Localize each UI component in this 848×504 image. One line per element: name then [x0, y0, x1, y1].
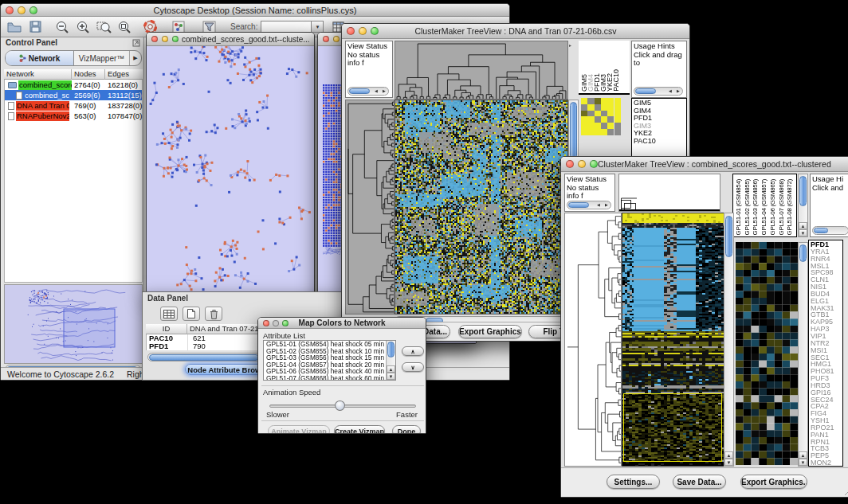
matrix-cell[interactable]: [587, 123, 594, 129]
settings-button[interactable]: Settings...: [607, 475, 660, 489]
treeview2-heatmap[interactable]: [622, 213, 724, 467]
select-attributes-button[interactable]: [160, 307, 178, 321]
matrix-cell[interactable]: [581, 111, 587, 117]
attribute-list-item[interactable]: GPL51-07 (GSM868) heat shock 60 min: [265, 375, 384, 381]
treeview2-gene-list[interactable]: PFD1YRA1RNR4MSL1SPC98CLN1NIS1BUD4ELG1MAK…: [808, 240, 843, 467]
tab-vizmapper[interactable]: VizMapper™: [74, 51, 129, 65]
scroll-left-arrow[interactable]: ◀: [595, 201, 603, 209]
matrix-cell[interactable]: [601, 111, 607, 117]
scroll-thumb[interactable]: [387, 342, 395, 357]
matrix-cell[interactable]: [601, 129, 607, 135]
attribute-list[interactable]: GPL51-01 (GSM854) heat shock 05 minGPL51…: [263, 340, 396, 381]
matrix-cell[interactable]: [595, 116, 601, 123]
zoom-in-button[interactable]: [74, 19, 92, 35]
matrix-cell[interactable]: [587, 129, 594, 135]
col-header-edges[interactable]: Edges: [105, 69, 143, 80]
treeview2-zoom-vscrollbar[interactable]: ▲ ▼: [798, 242, 808, 467]
scroll-left-arrow[interactable]: ◀: [666, 88, 674, 95]
export-graphics-button[interactable]: Export Graphics...: [458, 325, 522, 338]
treeview1-titlebar[interactable]: ClusterMaker TreeView : DNA and Tran 07-…: [342, 24, 689, 39]
close-button[interactable]: [347, 27, 355, 35]
matrix-cell[interactable]: [587, 98, 594, 104]
minimize-button[interactable]: [273, 320, 279, 326]
matrix-cell[interactable]: [601, 104, 607, 111]
zoom-button[interactable]: [590, 160, 598, 168]
scroll-down-arrow[interactable]: ▼: [799, 229, 807, 236]
matrix-cell[interactable]: [595, 104, 601, 111]
scroll-up-arrow[interactable]: ▲: [387, 365, 395, 373]
matrix-cell[interactable]: [607, 104, 614, 111]
network-tree-row[interactable]: RNAPuberNov2+|563(0)107847(0): [5, 111, 142, 121]
treeview2-labels-vscrollbar[interactable]: ▲ ▼: [798, 174, 808, 237]
zoom-selected-button[interactable]: [95, 19, 112, 35]
zoom-fit-button[interactable]: [116, 19, 133, 35]
scroll-thumb[interactable]: [635, 88, 656, 94]
matrix-cell[interactable]: [601, 123, 607, 129]
matrix-cell[interactable]: [607, 98, 614, 104]
matrix-cell[interactable]: [587, 116, 594, 123]
done-button[interactable]: Done: [392, 425, 421, 433]
close-button[interactable]: [323, 36, 329, 42]
scroll-thumb[interactable]: [725, 216, 732, 257]
treeview2-titlebar[interactable]: ClusterMaker TreeView : combined_scores_…: [561, 157, 848, 172]
treeview2-row-dendrogram[interactable]: [564, 213, 622, 467]
create-vizmap-button[interactable]: Create Vizmap: [334, 425, 385, 433]
treeview2-zoom-heatmap[interactable]: [736, 242, 798, 465]
scroll-right-arrow[interactable]: ▶: [380, 88, 388, 95]
matrix-cell[interactable]: [595, 98, 601, 104]
tab-overflow-button[interactable]: ▶: [129, 51, 141, 65]
close-button[interactable]: [263, 320, 269, 326]
matrix-cell[interactable]: [607, 111, 614, 117]
main-titlebar[interactable]: Cytoscape Desktop (Session Name: collins…: [1, 4, 509, 17]
new-attribute-button[interactable]: [183, 307, 200, 321]
scroll-down-arrow[interactable]: ▼: [387, 373, 395, 380]
close-button[interactable]: [151, 36, 158, 42]
col-header-network[interactable]: Network: [4, 69, 72, 80]
scroll-thumb[interactable]: [349, 88, 370, 94]
matrix-cell[interactable]: [607, 116, 614, 123]
scroll-right-arrow[interactable]: ▶: [603, 201, 610, 209]
zoom-button[interactable]: [371, 27, 379, 35]
close-button[interactable]: [566, 160, 574, 168]
network-view-titlebar[interactable]: combined_scores_good.txt--cluste...: [147, 33, 314, 46]
zoom-out-button[interactable]: [53, 19, 71, 35]
search-dropdown-button[interactable]: ▼: [312, 21, 324, 33]
treeview1-row-dendrogram[interactable]: [345, 100, 395, 315]
network-overview-canvas[interactable]: [4, 284, 143, 364]
minimize-button[interactable]: [359, 27, 367, 35]
matrix-cell[interactable]: [607, 123, 614, 129]
delete-attribute-button[interactable]: [205, 307, 222, 321]
col-header-nodes[interactable]: Nodes: [72, 69, 105, 80]
scroll-thumb[interactable]: [570, 102, 577, 159]
scroll-thumb[interactable]: [814, 228, 828, 233]
zoom-button[interactable]: [172, 36, 179, 42]
close-button[interactable]: [6, 6, 14, 14]
matrix-cell[interactable]: [614, 129, 621, 135]
attribute-list-vscrollbar[interactable]: ▲ ▼: [386, 341, 395, 380]
view-status-hscrollbar[interactable]: ◀ ▶: [347, 87, 389, 96]
treeview1-similarity-matrix[interactable]: [581, 98, 621, 135]
scroll-right-arrow[interactable]: ▶: [674, 88, 682, 95]
treeview2-column-dendrogram[interactable]: [618, 174, 720, 212]
usage-hints-hscrollbar[interactable]: [812, 226, 848, 235]
network-tree-row[interactable]: DNA and Tran 07769(0)183728(0): [5, 100, 142, 111]
matrix-cell[interactable]: [614, 98, 621, 104]
scroll-down-arrow[interactable]: ▼: [724, 459, 733, 466]
view-status-hscrollbar[interactable]: ◀ ▶: [567, 201, 611, 209]
matrix-cell[interactable]: [601, 98, 607, 104]
scroll-thumb[interactable]: [799, 244, 807, 262]
float-panel-icon[interactable]: [132, 39, 140, 47]
open-session-button[interactable]: [6, 19, 23, 35]
matrix-cell[interactable]: [595, 129, 601, 135]
matrix-cell[interactable]: [581, 98, 587, 104]
scroll-down-arrow[interactable]: ▼: [799, 459, 807, 466]
matrix-cell[interactable]: [587, 111, 594, 117]
scroll-up-arrow[interactable]: ▲: [799, 451, 807, 459]
matrix-cell[interactable]: [595, 111, 601, 117]
data-panel-hscroll-thumb[interactable]: [149, 354, 259, 361]
resize-grip[interactable]: [844, 486, 848, 496]
network-tree-row[interactable]: combined_scores2764(0)16218(0): [5, 80, 142, 90]
minimize-button[interactable]: [333, 36, 340, 42]
network-tree-row[interactable]: combined_sco2569(6)13112(15): [5, 90, 142, 100]
export-graphics-button[interactable]: Export Graphics...: [740, 475, 807, 489]
